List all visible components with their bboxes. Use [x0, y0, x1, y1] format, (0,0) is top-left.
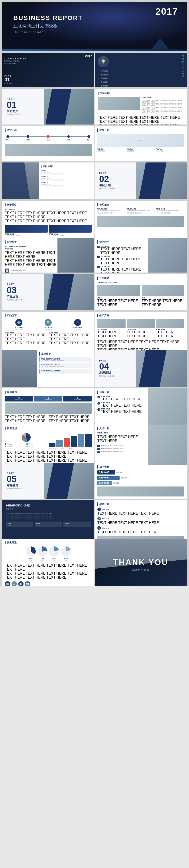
si-1-icon — [5, 225, 48, 232]
biz-item-2: Title Text TEXT HERE TEXT HERE — [127, 148, 155, 152]
fu-icons: 🏢 TEXT 💰 TEXT 📊 TEXT 📈 TEXT — [5, 581, 92, 586]
part-num-mini: 01 — [4, 77, 92, 82]
tl-year-4: 2016 — [67, 139, 70, 140]
tl-dot-4 — [67, 135, 70, 138]
tl-item-3: 2014 TEXT — [46, 135, 50, 142]
fc-4: 20% 其他 — [61, 547, 71, 561]
history-panel: 企业历程 2010 TEXT 2012 TEXT 2014 TEXT — [2, 126, 94, 161]
strategy-panel: 竞争策略 TITLE HERE TEXT HERE TEXT HERE TEXT… — [2, 201, 94, 238]
slide-row-part05: PART 05 财务融资 财务融资 · 融资计划 成本预算 3,200,000 … — [2, 463, 187, 498]
legend-4: 4年 81% — [26, 445, 48, 447]
tl-text-4: TEXT — [67, 140, 70, 142]
ops-icons: ⚙️ TITLE NAME TEXT HERE 💡 TITLE NAME TEX… — [5, 319, 92, 330]
company-text-lines: TEXT HERE TEXT HERE TEXT HERE TEXT HERE … — [142, 100, 184, 114]
talent-1: ✓ TEXT HERE TEXT HERE TEXT HERE — [97, 445, 147, 447]
part02-num: 02 — [99, 175, 115, 183]
promo-panel: 推广方案 TITLE NAME TEXT HERE TEXT HERE TITL… — [95, 312, 187, 354]
cost-1-bar: 3,200,000 — [97, 470, 115, 474]
rd-2: 2 TITLE NAME TEXT HERE TEXT HERE — [97, 402, 150, 407]
part05-header: PART 05 财务融资 财务融资 · 融资计划 — [2, 463, 94, 499]
business-dist-panel: 业务分布 Title Text TEXT HERE TEXT HERE Titl… — [95, 126, 187, 161]
ops-details: TITLE NAME TEXT HERE TEXT HERE TEXT HERE… — [5, 332, 92, 345]
toc-item-5: ✓财务融资 — [98, 84, 184, 87]
industry-icons: 📊 TEXT HERE TEXT HERE 👥 TEXT HERE TEXT H… — [5, 269, 57, 273]
bar-3 — [64, 438, 70, 447]
toc-cell: CONTENTS 💡 ✓公司介绍 ✓项目介绍 ✓产品规划 ✓发展规划 ✓财务融资 — [95, 53, 187, 87]
fu-icon-3: 📊 TEXT — [18, 581, 24, 586]
ty-content: THANK YOU 感谢您的聆听 — [95, 539, 187, 586]
slide-row-last: 资金用途 35% 研发 25% 运营 20% 市场 20% 其他 — [2, 539, 187, 582]
mini-br-title: BUSINESS REPORT — [4, 57, 93, 60]
part03-num: 03 — [7, 286, 23, 294]
mini-cover: 2017 BUSINESS REPORT 互联网商业计划书模板 The name… — [2, 53, 94, 87]
part05-title: 财务融资 — [7, 484, 23, 487]
history-title: 企业历程 — [5, 128, 92, 132]
dev-d1: TEXT HERE TEXT HERE TEXT HERE TEXT HERE — [5, 415, 48, 423]
product-subtitle: TITLEHERE TITLEHERE — [97, 282, 184, 284]
fin-gap-boxes: 30% TEXT 45% TEXT 25% TEXT — [6, 522, 91, 527]
biz-item-1: Title Text TEXT HERE TEXT HERE — [97, 148, 126, 152]
company-strategy-panel: 公司策略 TITLE NAME TEXT HERE TEXT HERE TEXT… — [95, 201, 187, 238]
rd-title: 研发计划 — [97, 391, 150, 394]
part-title-mini: 公司简介 — [4, 82, 92, 85]
brand-item-3: TITLE HERE TITLENHERE TEXT HERE TEXT HER… — [39, 369, 92, 374]
team-panel: 团队介绍 NAME 1 TITLE/TITLE TEXT HERE TEXT H… — [2, 162, 94, 199]
company-photo — [98, 97, 140, 110]
slide-row-team: 团队介绍 NAME 1 TITLE/TITLE TEXT HERE TEXT H… — [2, 162, 187, 199]
promo-1: TITLE NAME TEXT HERE TEXT HERE — [97, 319, 126, 338]
bar-2 — [56, 440, 63, 447]
si-1: TITLE NAME TEXT HERE TEXT HERE — [5, 225, 48, 236]
rd-photo — [148, 389, 187, 425]
slide-row-toc: 2017 BUSINESS REPORT 互联网商业计划书模板 The name… — [2, 53, 187, 87]
thank-you-text: THANK YOU — [113, 558, 168, 567]
rd-panel: 研发计划 1 TITLE NAME TEXT HERE TEXT HERE 2 … — [95, 389, 187, 425]
cost-title: 成本预算 — [97, 465, 184, 468]
fund-1: 1 Title here TEXT HERE TEXT HERE TEXT HE… — [97, 507, 184, 516]
brand-panel: 品牌维护 TITLE HERE TITLENHERE TEXT HERE TEX… — [2, 350, 94, 386]
comp-3: ✓ TITLE NAME TEXT HERE TEXT HERE TEXT HE… — [97, 266, 147, 273]
tl-item-1: 2010 TEXT — [6, 135, 9, 142]
cost-3-bar: 2,500,000 — [97, 481, 112, 485]
competitor-items: ✓ TITLE NAME TEXT HERE TEXT HERE TEXT HE… — [97, 245, 147, 273]
fg-box-2: 45% TEXT — [35, 522, 62, 527]
fc-2: 25% 运营 — [37, 547, 48, 561]
cs-item-2: TITLE NAME TEXT HERE TEXT HERE TEXT HERE… — [127, 208, 155, 214]
cover-deco-bar — [2, 49, 187, 51]
dev-step-2: ② TEXT HERE — [34, 396, 63, 402]
brand-item-1: TITLE HERE TITLENHERE TEXT HERE TEXT HER… — [39, 357, 92, 362]
dev-title: 发展规划 — [5, 391, 92, 394]
mini-speaker: The name of speaker — [4, 63, 93, 64]
talent-items: ✓ TEXT HERE TEXT HERE TEXT HERE ✓ TEXT H… — [97, 445, 147, 454]
team-members: NAME 1 TITLE/TITLE TEXT HERE TEXT HERE T… — [41, 170, 92, 187]
cover-deco-triangle — [151, 38, 169, 49]
fin-gap-title: Financing Gap — [6, 503, 91, 507]
timeline-items: 2010 TEXT 2012 TEXT 2014 TEXT 2016 TEXT — [6, 135, 91, 142]
dev-content: ① TEXT HERE ② TEXT HERE ③ TEXT HERE TEXT… — [5, 396, 92, 423]
history-photo — [5, 144, 92, 156]
comp-3-content: TITLE NAME TEXT HERE TEXT HERE TEXT HERE — [100, 266, 147, 273]
industry-panel: 行业前景 TITLEHERE TITLENHERE TITLEHERE TEXT… — [2, 238, 94, 273]
promo-items: TITLE NAME TEXT HERE TEXT HERE TITLE NAM… — [97, 319, 184, 338]
company-intro-title: 公司介绍 — [98, 92, 184, 95]
strategy-title: 竞争策略 — [5, 203, 92, 207]
rd-content: 研发计划 1 TITLE NAME TEXT HERE TEXT HERE 2 … — [97, 391, 150, 414]
slide-row-brand: 品牌维护 TITLE HERE TITLENHERE TEXT HERE TEX… — [2, 350, 187, 386]
pie-chart — [22, 433, 31, 442]
toc-bulb-icon: 💡 — [101, 59, 106, 64]
industry-title: 行业前景 — [5, 240, 57, 244]
part03-header: PART 03 产品运营 产品运营 · 推广方案 — [2, 274, 94, 310]
fund-usage-panel: 资金用途 35% 研发 25% 运营 20% 市场 20% 其他 — [2, 539, 94, 586]
cs-items: TITLE NAME TEXT HERE TEXT HERE TEXT HERE… — [97, 208, 184, 214]
brand-title: 品牌维护 — [39, 352, 92, 355]
company-intro-text: TITLE HERE TEXT HERE TEXT HERE TEXT HERE… — [142, 97, 184, 114]
promo-title: 推广方案 — [97, 314, 184, 317]
product-1-photo — [97, 285, 140, 296]
tl-year-1: 2010 — [6, 139, 9, 140]
slide-row-strategy: 竞争策略 TITLE HERE TEXT HERE TEXT HERE TEXT… — [2, 201, 187, 236]
ops-icon-3: 📱 TITLE NAME TEXT HERE — [64, 319, 92, 330]
si-2-icon — [49, 225, 92, 232]
part01-content: PART 01 公司简介 公司简介 · 企业历程 — [7, 98, 23, 116]
sales-data: 1年 18% 2年 22% 3年 66% 4年 — [5, 432, 92, 449]
part01-title: 公司简介 — [7, 109, 23, 113]
promo-2-img — [127, 319, 155, 328]
